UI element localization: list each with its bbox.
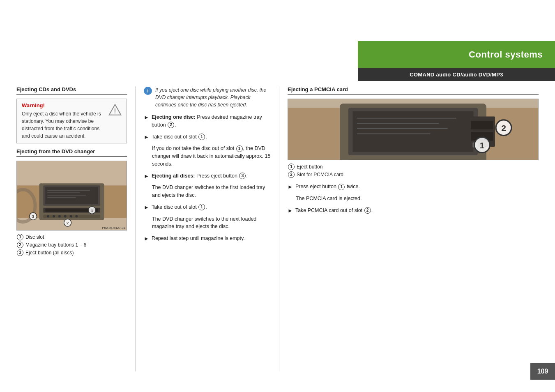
bullet-text-2: Take disc out of slot 1. bbox=[152, 133, 271, 141]
pcmcia-caption-1: 1 Eject button bbox=[288, 164, 539, 170]
svg-rect-6 bbox=[45, 187, 98, 204]
pcmcia-sub-text-1: The PCMCIA card is ejected. bbox=[288, 195, 539, 203]
bullet-arrow-2: ► bbox=[144, 134, 149, 140]
pcmcia-svg: 1 2 P82.86-5426-31 bbox=[288, 99, 538, 160]
pcmcia-caption-2: 2 Slot for PCMCIA card bbox=[288, 171, 539, 178]
sub-header-title: COMAND audio CD/audio DVD/MP3 bbox=[410, 71, 503, 78]
svg-text:1: 1 bbox=[480, 141, 485, 150]
sub-text-3: The DVD changer switches to the next loa… bbox=[144, 215, 271, 231]
bullet-eject-all-discs: ► Ejecting all discs: Press eject button… bbox=[144, 172, 271, 180]
bullet-arrow-5: ► bbox=[144, 235, 149, 242]
page-number: 109 bbox=[537, 368, 548, 375]
warning-title: Warning! bbox=[22, 102, 104, 108]
bullet-arrow-1: ► bbox=[144, 114, 149, 120]
pcmcia-arrow-2: ► bbox=[288, 208, 293, 214]
caption-item-2: 2 Magazine tray buttons 1 – 6 bbox=[16, 242, 127, 248]
dvd-changer-svg: 1 2 3 P82.86-5427-31 bbox=[17, 161, 127, 230]
left-column: Ejecting CDs and DVDs Warning! Only ejec… bbox=[16, 86, 136, 371]
sub-text-1: If you do not take the disc out of slot … bbox=[144, 145, 271, 168]
right-column: Ejecting a PCMCIA card bbox=[279, 86, 539, 371]
svg-rect-41 bbox=[348, 160, 478, 160]
sub-text-2: The DVD changer switches to the first lo… bbox=[144, 184, 271, 199]
svg-text:2: 2 bbox=[67, 221, 69, 225]
mid-column: i If you eject one disc while playing an… bbox=[136, 86, 279, 371]
svg-point-19 bbox=[75, 215, 78, 217]
bullet-arrow-3: ► bbox=[144, 173, 149, 179]
caption-text-1: Disc slot bbox=[25, 234, 44, 240]
bullet-text-4: Take disc out of slot 1. bbox=[152, 203, 271, 211]
bullet-repeat: ► Repeat last step until magazine is emp… bbox=[144, 235, 271, 242]
dvd-changer-captions: 1 Disc slot 2 Magazine tray buttons 1 – … bbox=[16, 234, 127, 256]
main-content: Ejecting CDs and DVDs Warning! Only ejec… bbox=[16, 86, 539, 371]
pcmcia-bullet-text-1: Press eject button 1 twice. bbox=[295, 183, 539, 191]
svg-point-16 bbox=[58, 215, 61, 217]
svg-point-18 bbox=[70, 215, 72, 217]
badge-inline-2a: 2 bbox=[168, 122, 174, 128]
pcmcia-arrow-1: ► bbox=[288, 184, 293, 190]
pcmcia-bullet-text-2: Take PCMCIA card out of slot 2. bbox=[295, 207, 539, 214]
badge-inline-1b: 1 bbox=[236, 145, 243, 152]
badge-3: 3 bbox=[17, 249, 23, 256]
pcmcia-badge-2: 2 bbox=[288, 171, 295, 178]
bullet-text-5: Repeat last step until magazine is empty… bbox=[152, 235, 271, 242]
svg-point-14 bbox=[47, 215, 49, 217]
bullet-take-disc-1: ► Take disc out of slot 1. bbox=[144, 133, 271, 141]
bullet-eject-one-disc: ► Ejecting one disc: Press desired magaz… bbox=[144, 113, 271, 129]
badge-2: 2 bbox=[17, 242, 23, 248]
info-note: i If you eject one disc while playing an… bbox=[144, 86, 271, 108]
pcmcia-caption-text-1: Eject button bbox=[297, 164, 322, 170]
caption-item-1: 1 Disc slot bbox=[16, 234, 127, 240]
header-bar: Control systems bbox=[358, 41, 555, 68]
caption-text-3: Eject button (all discs) bbox=[25, 250, 74, 256]
svg-text:3: 3 bbox=[32, 214, 35, 219]
pcmcia-bullet-2: ► Take PCMCIA card out of slot 2. bbox=[288, 207, 539, 214]
badge-1: 1 bbox=[17, 234, 23, 240]
badge-inline-1c: 1 bbox=[198, 204, 205, 210]
dvd-changer-image: 1 2 3 P82.86-5427-31 bbox=[16, 161, 127, 231]
pcmcia-badge-inline-1: 1 bbox=[338, 184, 345, 190]
section-heading-dvd-changer: Ejecting from the DVD changer bbox=[16, 148, 127, 157]
sub-header: COMAND audio CD/audio DVD/MP3 bbox=[358, 68, 555, 81]
info-note-text: If you eject one disc while playing anot… bbox=[155, 86, 271, 108]
section-heading-pcmcia: Ejecting a PCMCIA card bbox=[288, 86, 539, 95]
section-heading-ejecting-cds: Ejecting CDs and DVDs bbox=[16, 86, 127, 95]
bullet-text-3: Ejecting all discs: Press eject button 3… bbox=[152, 172, 271, 180]
svg-rect-32 bbox=[353, 111, 474, 152]
pcmcia-bullet-1: ► Press eject button 1 twice. bbox=[288, 183, 539, 191]
svg-point-15 bbox=[53, 215, 55, 217]
pcmcia-caption-text-2: Slot for PCMCIA card bbox=[297, 172, 343, 178]
warning-text: Only eject a disc when the vehicle is st… bbox=[22, 110, 104, 140]
pcmcia-captions: 1 Eject button 2 Slot for PCMCIA card bbox=[288, 164, 539, 178]
warning-box: Warning! Only eject a disc when the vehi… bbox=[16, 99, 127, 143]
bullet-arrow-4: ► bbox=[144, 204, 149, 210]
caption-item-3: 3 Eject button (all discs) bbox=[16, 249, 127, 256]
pcmcia-badge-1: 1 bbox=[288, 164, 295, 170]
bullet-text-1: Ejecting one disc: Press desired magazin… bbox=[152, 113, 271, 129]
svg-point-17 bbox=[64, 215, 67, 217]
pcmcia-image: 1 2 P82.86-5426-31 bbox=[288, 99, 539, 160]
page-title: Control systems bbox=[469, 49, 543, 60]
svg-text:P82.86-5427-31: P82.86-5427-31 bbox=[102, 226, 125, 230]
badge-inline-3a: 3 bbox=[239, 173, 246, 179]
svg-text:1: 1 bbox=[91, 208, 93, 213]
svg-rect-38 bbox=[471, 121, 493, 129]
bullet-take-disc-2: ► Take disc out of slot 1. bbox=[144, 203, 271, 211]
svg-text:2: 2 bbox=[501, 123, 506, 133]
warning-triangle-icon: ! bbox=[108, 103, 122, 116]
badge-inline-1a: 1 bbox=[198, 134, 205, 140]
info-icon: i bbox=[144, 87, 152, 95]
caption-text-2: Magazine tray buttons 1 – 6 bbox=[25, 242, 86, 248]
svg-text:!: ! bbox=[114, 108, 116, 115]
pcmcia-badge-inline-2: 2 bbox=[364, 207, 371, 214]
